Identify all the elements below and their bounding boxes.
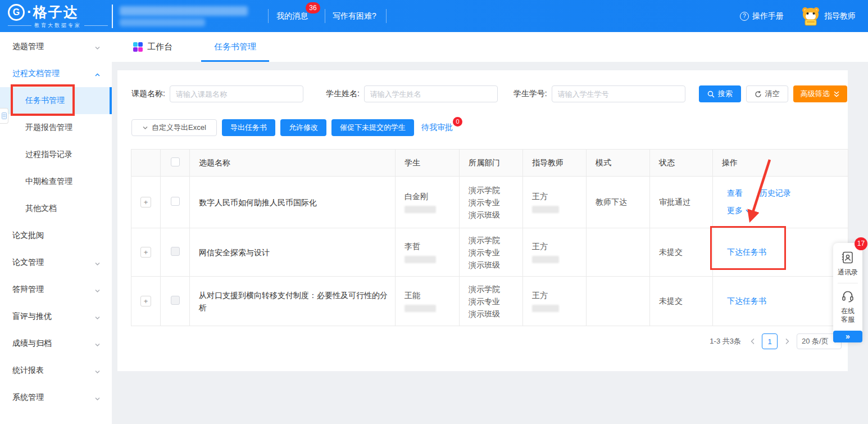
- urge-unsubmitted-button[interactable]: 催促下未提交的学生: [331, 119, 414, 136]
- prev-page-button[interactable]: [748, 333, 757, 349]
- sidebar-item-paper-management[interactable]: 论文管理: [0, 249, 112, 276]
- student-id-input[interactable]: [552, 85, 685, 102]
- pending-review-link[interactable]: 待我审批 0: [421, 123, 453, 133]
- online-service-button[interactable]: 在线 客服: [833, 290, 862, 324]
- advisor-name: 王方: [532, 242, 580, 252]
- row-checkbox[interactable]: [171, 247, 180, 256]
- mascot-tiger-icon[interactable]: [800, 5, 821, 26]
- chevron-down-icon: [94, 395, 101, 404]
- collapse-panel-button[interactable]: »: [833, 331, 862, 342]
- allow-modify-button[interactable]: 允许修改: [280, 119, 326, 136]
- chevron-down-icon: [94, 260, 101, 269]
- sidebar-item-label: 成绩与归档: [12, 339, 52, 349]
- advisor-name: 王方: [532, 192, 580, 202]
- sidebar-subitem-opening-report[interactable]: 开题报告管理: [0, 114, 112, 141]
- contacts-label: 通讯录: [833, 268, 862, 277]
- helper-notification-badge: 17: [855, 237, 867, 250]
- sidebar-subitem-label: 其他文档: [25, 204, 57, 214]
- topic-title: 数字人民币如何助推人民币国际化: [199, 196, 389, 209]
- redacted-student-id: [405, 206, 436, 213]
- sidebar-item-label: 答辩管理: [12, 285, 44, 295]
- custom-export-label: 自定义导出Excel: [152, 123, 206, 133]
- col-student: 学生: [396, 150, 460, 177]
- status-cell: 审批通过: [650, 177, 713, 228]
- sidebar-item-grades-archive[interactable]: 成绩与归档: [0, 330, 112, 357]
- sidebar-item-defense-management[interactable]: 答辩管理: [0, 276, 112, 303]
- expand-column-header: [131, 150, 161, 177]
- sidebar-subitem-other-docs[interactable]: 其他文档: [0, 195, 112, 222]
- topic-name-input[interactable]: [170, 85, 303, 102]
- student-name-input[interactable]: [364, 85, 498, 102]
- chevron-down-icon: [142, 125, 148, 131]
- redacted-advisor-id: [532, 256, 559, 263]
- sidebar-subitem-task-book[interactable]: 任务书管理: [0, 87, 112, 114]
- issue-task-book-link[interactable]: 下达任务书: [727, 247, 766, 256]
- my-messages-link[interactable]: 我的消息: [276, 0, 308, 32]
- col-advisor: 指导教师: [523, 150, 587, 177]
- more-link[interactable]: 更多: [727, 206, 743, 216]
- sidebar-item-process-docs[interactable]: 过程文档管理: [0, 60, 112, 87]
- expand-row-button[interactable]: +: [140, 296, 151, 306]
- sidebar-subitem-midterm-check[interactable]: 中期检查管理: [0, 168, 112, 195]
- issue-task-book-link[interactable]: 下达任务书: [727, 296, 766, 305]
- table-row: + 数字人民币如何助推人民币国际化 白金刚 演示学院 演示专业 演示班级 王方 …: [131, 177, 848, 228]
- mode-cell: [587, 228, 650, 277]
- topic-title: 从对口支援到横向转移支付制度：必要性及可行性的分析: [199, 289, 389, 314]
- sidebar-item-topic-management[interactable]: 选题管理: [0, 33, 112, 60]
- expand-row-button[interactable]: +: [140, 247, 151, 258]
- expand-row-button[interactable]: +: [140, 197, 151, 208]
- table-header-row: 选题名称 学生 所属部门 指导教师 模式 状态 操作: [131, 150, 848, 177]
- chevron-down-icon: [94, 341, 101, 350]
- dept-class: 演示班级: [469, 209, 517, 221]
- custom-export-excel-button[interactable]: 自定义导出Excel: [131, 119, 217, 136]
- row-checkbox[interactable]: [171, 197, 180, 206]
- topic-title: 网信安全探索与设计: [199, 246, 389, 259]
- header-separator: [268, 9, 269, 23]
- dept-major: 演示专业: [469, 295, 517, 308]
- tab-task-book-management[interactable]: 任务书管理: [201, 32, 269, 62]
- sidebar-collapse-handle[interactable]: [0, 108, 8, 124]
- sidebar-item-system-management[interactable]: 系统管理: [0, 384, 112, 411]
- sidebar-item-statistics[interactable]: 统计报表: [0, 357, 112, 384]
- sidebar-subitem-label: 中期检查管理: [25, 177, 72, 187]
- view-link[interactable]: 查看: [727, 188, 743, 199]
- redacted-student-id: [405, 256, 436, 263]
- next-page-button[interactable]: [783, 333, 792, 349]
- history-link[interactable]: 历史记录: [760, 188, 791, 199]
- workbench-label: 工作台: [147, 42, 172, 52]
- col-department: 所属部门: [460, 150, 523, 177]
- sidebar-item-label: 论文管理: [12, 258, 44, 268]
- dept-college: 演示学院: [469, 283, 517, 295]
- pending-review-label: 待我审批: [421, 123, 453, 132]
- role-label: 指导教师: [824, 0, 856, 32]
- student-id-label: 学生学号:: [513, 89, 547, 99]
- sidebar-item-label: 过程文档管理: [12, 69, 60, 79]
- pending-review-badge: 0: [453, 117, 462, 127]
- sidebar-subitem-guidance-record[interactable]: 过程指导记录: [0, 141, 112, 168]
- double-chevron-down-icon: [833, 91, 840, 98]
- clear-button[interactable]: 清空: [746, 85, 788, 102]
- select-all-checkbox[interactable]: [171, 157, 180, 166]
- contacts-button[interactable]: 通讯录: [833, 251, 862, 277]
- header-separator: [325, 9, 325, 23]
- writing-help-link[interactable]: 写作有困难?: [333, 0, 376, 32]
- sidebar-subitem-label: 过程指导记录: [25, 150, 72, 160]
- row-checkbox[interactable]: [171, 296, 180, 305]
- page-number-button[interactable]: 1: [762, 333, 778, 349]
- col-title: 选题名称: [190, 150, 396, 177]
- manual-link[interactable]: ? 操作手册: [740, 0, 784, 32]
- redacted-student-id: [405, 305, 436, 312]
- online-service-label-line2: 客服: [833, 315, 862, 324]
- search-button[interactable]: 搜索: [699, 85, 741, 102]
- clear-button-label: 清空: [765, 89, 780, 99]
- dept-major: 演示专业: [469, 246, 517, 259]
- workbench-link[interactable]: 工作台: [133, 32, 172, 62]
- chevron-down-icon: [94, 44, 101, 53]
- redacted-user-info-line1: [120, 6, 248, 16]
- advanced-filter-button[interactable]: 高级筛选: [793, 85, 847, 102]
- export-task-book-button[interactable]: 导出任务书: [222, 119, 275, 136]
- sidebar-subitem-label: 开题报告管理: [25, 123, 72, 133]
- sidebar-item-blind-review[interactable]: 盲评与推优: [0, 303, 112, 330]
- sidebar-item-paper-review[interactable]: 论文批阅: [0, 222, 112, 249]
- dept-major: 演示专业: [469, 196, 517, 209]
